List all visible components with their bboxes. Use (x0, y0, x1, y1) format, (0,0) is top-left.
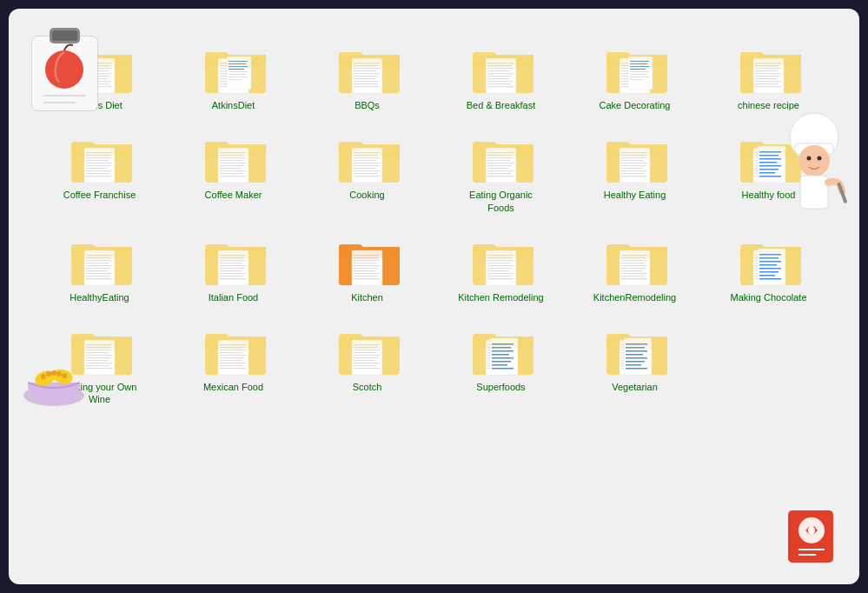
svg-rect-154 (487, 170, 514, 171)
svg-rect-230 (487, 276, 511, 277)
svg-rect-268 (86, 355, 112, 356)
svg-rect-214 (354, 263, 376, 263)
folder-item[interactable]: chinese recipe (704, 35, 833, 116)
svg-point-19 (46, 371, 51, 376)
svg-rect-143 (354, 170, 380, 171)
svg-point-18 (41, 374, 46, 379)
svg-rect-313 (492, 361, 511, 363)
svg-rect-57 (229, 74, 246, 75)
svg-rect-97 (630, 69, 646, 70)
folder-icon (67, 231, 132, 288)
svg-rect-130 (220, 165, 244, 166)
svg-rect-294 (354, 365, 377, 366)
folder-item[interactable]: Bed & Breakfast (436, 35, 566, 116)
svg-rect-58 (229, 77, 248, 77)
folder-item[interactable]: Kitchen (302, 227, 432, 308)
svg-rect-279 (220, 355, 246, 356)
svg-rect-242 (621, 278, 647, 279)
folder-item[interactable]: Kitchen Remodeling (436, 227, 566, 308)
svg-rect-259 (759, 268, 781, 270)
svg-rect-231 (487, 278, 514, 279)
svg-rect-272 (86, 365, 109, 366)
folder-label: Kitchen Remodeling (458, 291, 543, 303)
bowl-decoration (19, 348, 89, 417)
svg-rect-235 (621, 260, 647, 261)
folder-icon (602, 39, 667, 96)
svg-rect-213 (354, 260, 380, 261)
svg-rect-66 (354, 76, 378, 77)
chef-decoration (779, 113, 849, 217)
svg-rect-112 (755, 86, 781, 87)
svg-rect-129 (220, 163, 246, 163)
svg-rect-197 (86, 276, 109, 277)
svg-rect-70 (354, 86, 380, 87)
folder-icon (468, 321, 533, 377)
folder-item[interactable]: Cake Decorating (570, 35, 699, 116)
svg-rect-278 (220, 352, 242, 353)
svg-rect-185 (759, 169, 779, 170)
svg-rect-227 (487, 268, 512, 269)
svg-rect-258 (759, 264, 777, 266)
svg-rect-226 (487, 265, 514, 266)
svg-rect-118 (86, 163, 112, 163)
svg-rect-105 (755, 68, 781, 69)
folder-item[interactable]: Coffee Franchise (35, 124, 164, 218)
svg-rect-219 (354, 276, 377, 277)
svg-rect-161 (621, 160, 644, 161)
folder-item[interactable]: KitchenRemodeling (570, 227, 699, 308)
svg-rect-262 (759, 278, 781, 280)
folder-item[interactable]: Italian Food (169, 227, 298, 308)
svg-point-26 (808, 527, 815, 534)
svg-rect-153 (487, 168, 509, 169)
svg-rect-192 (86, 263, 109, 263)
svg-rect-100 (630, 77, 649, 77)
svg-rect-119 (86, 165, 110, 166)
svg-rect-224 (487, 260, 514, 261)
folder-label: Cake Decorating (600, 99, 671, 111)
folder-item[interactable]: Mexican Food (169, 316, 298, 410)
folder-item[interactable]: BBQs (302, 35, 432, 116)
svg-rect-3 (52, 30, 77, 41)
svg-rect-186 (759, 172, 775, 174)
svg-rect-206 (220, 270, 242, 271)
folder-item[interactable]: HealthyEating (35, 227, 164, 308)
svg-rect-121 (86, 170, 112, 171)
folder-item[interactable]: Making Chocolate (704, 227, 833, 308)
svg-rect-270 (86, 360, 108, 361)
svg-rect-162 (621, 163, 647, 163)
svg-rect-280 (220, 357, 244, 358)
folder-icon (602, 321, 667, 377)
folder-icon (201, 129, 266, 185)
svg-rect-164 (621, 168, 643, 169)
svg-rect-266 (86, 350, 112, 350)
folder-label: Vegetarian (612, 381, 658, 393)
folder-item[interactable]: Cooking (302, 124, 432, 218)
folder-item[interactable]: AtkinsDiet (169, 35, 298, 116)
folder-item[interactable]: Healthy Eating (570, 124, 699, 218)
folder-label: Making Chocolate (730, 291, 806, 303)
svg-point-22 (62, 373, 67, 378)
svg-rect-99 (630, 74, 647, 75)
folder-icon (201, 39, 266, 96)
svg-rect-335 (626, 368, 647, 370)
folder-label: Healthy Eating (604, 189, 666, 201)
folder-item[interactable]: Vegetarian (570, 316, 699, 410)
svg-rect-183 (759, 162, 777, 163)
svg-rect-184 (759, 165, 781, 167)
folder-item[interactable]: Eating Organic Foods (436, 124, 566, 218)
svg-rect-116 (86, 157, 112, 158)
folder-item[interactable]: Superfoods (436, 316, 566, 410)
folder-item[interactable]: Scotch (302, 316, 432, 410)
svg-rect-198 (86, 278, 112, 279)
folder-label: HealthyEating (70, 291, 129, 303)
svg-rect-330 (626, 350, 647, 352)
folder-item[interactable]: Coffee Maker (169, 124, 298, 218)
svg-rect-191 (86, 260, 112, 261)
svg-point-11 (807, 157, 812, 161)
svg-rect-281 (220, 360, 242, 361)
svg-rect-267 (86, 352, 109, 353)
svg-rect-141 (354, 165, 378, 166)
folder-icon (736, 231, 801, 288)
svg-rect-78 (487, 78, 509, 79)
svg-rect-295 (354, 368, 380, 369)
